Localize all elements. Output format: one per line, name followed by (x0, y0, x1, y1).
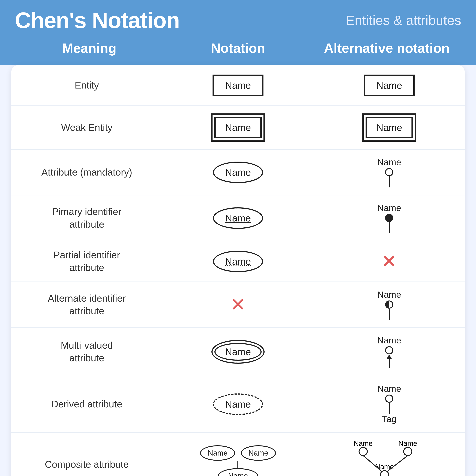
comp-name2: Name (248, 449, 268, 457)
col-notation: Notation (164, 41, 312, 56)
alt-notation-cell: ✕ (314, 241, 465, 282)
table-row: Pimary identifierattribute Name Name (11, 195, 465, 241)
weak-entity-inner: Name (214, 117, 262, 138)
alt-line-half (389, 309, 390, 320)
partial-ellipse: Name (213, 251, 263, 272)
meaning-label: Partial identifierattribute (53, 249, 120, 274)
comp-name3: Name (228, 472, 248, 476)
column-headers: Meaning Notation Alternative notation (0, 41, 476, 65)
entity-alt-name: Name (376, 80, 402, 91)
table-row: Partial identifierattribute Name ✕ (11, 241, 465, 282)
notation-cell: ✕ (162, 282, 313, 327)
meaning-cell: Alternate identifierattribute (11, 282, 162, 327)
weak-entity-notation: Name (211, 113, 265, 142)
alt-arrow-container (387, 354, 392, 368)
composite-top-row: Name Name (200, 445, 276, 461)
alt-notation-cell: Name (314, 328, 465, 375)
alt-id-label: Name (377, 289, 401, 300)
notation-cell: Name (162, 106, 313, 149)
meaning-label: Composite attribute (45, 458, 129, 471)
alt-notation-cell: Name (314, 282, 465, 327)
alt-circle-open-arrow (385, 346, 393, 368)
multi-inner (214, 343, 262, 361)
meaning-cell: Weak Entity (11, 106, 162, 149)
meaning-cell: Multi-valuedattribute (11, 328, 162, 375)
alt-id-red-x: ✕ (230, 294, 246, 316)
entity-box: Name (213, 75, 264, 96)
attr-alt-label: Name (377, 157, 401, 167)
col-meaning: Meaning (15, 41, 164, 56)
attr-alt: Name (377, 157, 401, 187)
alt-notation-cell: Name (314, 195, 465, 241)
meaning-cell: Pimary identifierattribute (11, 195, 162, 241)
table-row: Derived attribute Name Name Tag (11, 376, 465, 433)
header: Chen's Notation Entities & attributes (0, 0, 476, 41)
alt-notation-cell: Name (314, 65, 465, 105)
composite-notation: Name Name Name (200, 445, 276, 476)
primary-alt-label: Name (377, 203, 401, 213)
meaning-label: Multi-valuedattribute (61, 339, 113, 364)
meaning-label: Weak Entity (61, 121, 112, 134)
table-row: Alternate identifierattribute ✕ Name (11, 282, 465, 328)
table-container: Entity Name Name Weak Entity Name (11, 65, 465, 476)
meaning-cell: Derived attribute (11, 376, 162, 432)
derived-alt: Name Tag (377, 384, 401, 425)
alt-circle-open2 (385, 346, 393, 354)
attribute-ellipse: Name (213, 162, 263, 183)
entity-alt-box: Name (364, 75, 415, 96)
derived-alt-label: Name (377, 384, 401, 394)
attr-name: Name (225, 167, 251, 178)
primary-name: Name (225, 213, 251, 223)
small-ellipse-1: Name (200, 445, 235, 461)
composite-bottom-ellipse: Name (218, 468, 258, 476)
alt-line-filled (389, 222, 390, 233)
col-alternative: Alternative notation (312, 41, 461, 56)
entity-name: Name (225, 80, 251, 91)
meaning-label: Attribute (mandatory) (41, 166, 132, 179)
notation-cell: Name Name Name (162, 433, 313, 476)
partial-name: Name (225, 256, 251, 267)
svg-point-3 (404, 447, 412, 456)
meaning-cell: Partial identifierattribute (11, 241, 162, 282)
weak-entity-alt-name: Name (376, 122, 402, 133)
primary-alt: Name (377, 203, 401, 233)
multi-ellipse: Name (211, 340, 265, 364)
meaning-cell: Entity (11, 65, 162, 105)
multi-outer: Name (211, 340, 265, 364)
alt-id-alt: Name (377, 289, 401, 320)
table-row: Composite attribute Name Name Name (11, 433, 465, 476)
table-row: Entity Name Name (11, 65, 465, 106)
weak-entity-alt-inner: Name (366, 117, 413, 138)
v-line (389, 359, 390, 368)
alt-circle-filled (385, 214, 393, 222)
alt-notation-cell: Name Tag (314, 376, 465, 432)
page-subtitle: Entities & attributes (346, 13, 461, 28)
derived-alt-circle (385, 394, 393, 403)
svg-text:Name: Name (375, 463, 394, 471)
notation-cell: Name (162, 328, 313, 375)
alt-circle-half (385, 301, 393, 309)
meaning-label: Pimary identifierattribute (52, 205, 121, 231)
meaning-label: Derived attribute (51, 398, 122, 410)
table-row: Multi-valuedattribute Name Name (11, 328, 465, 376)
alt-notation-cell: Name (314, 150, 465, 195)
svg-point-5 (380, 471, 389, 476)
multi-alt-label: Name (377, 335, 401, 345)
table-row: Attribute (mandatory) Name Name (11, 150, 465, 195)
notation-cell: Name (162, 150, 313, 195)
notation-cell: Name (162, 241, 313, 282)
derived-name: Name (225, 399, 251, 410)
derived-tag-label: Tag (382, 414, 396, 424)
primary-ellipse: Name (213, 207, 263, 229)
page-title: Chen's Notation (15, 7, 179, 33)
comp-name1: Name (208, 449, 228, 457)
small-ellipse-2: Name (241, 445, 276, 461)
multi-alt: Name (377, 335, 401, 368)
meaning-cell: Attribute (mandatory) (11, 150, 162, 195)
partial-alt-red-x: ✕ (381, 251, 397, 272)
derived-alt-line (389, 403, 390, 414)
weak-entity-alt: Name (362, 113, 416, 142)
alt-notation-cell: Name (314, 106, 465, 149)
alt-line (389, 176, 390, 187)
composite-alt-svg: Name Name Name (352, 440, 426, 476)
